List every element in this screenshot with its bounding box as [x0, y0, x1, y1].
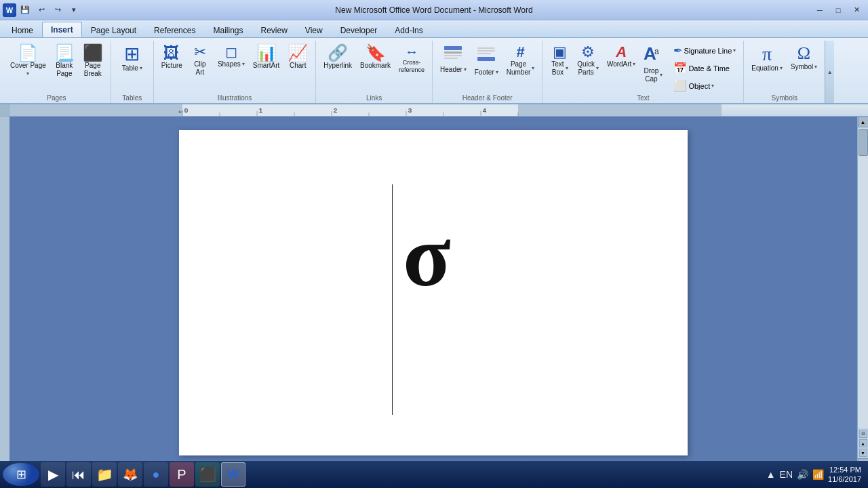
- taskbar-icon-app2[interactable]: ⬛: [195, 462, 220, 487]
- document-area[interactable]: σ: [9, 117, 857, 469]
- tab-mailings[interactable]: Mailings: [204, 22, 252, 37]
- table-button[interactable]: ⊞ Table ▾: [115, 42, 149, 75]
- tab-home[interactable]: Home: [3, 22, 42, 37]
- object-button[interactable]: ⬜ Object ▾: [670, 77, 739, 94]
- taskbar-icon-app1[interactable]: P: [170, 462, 194, 487]
- systray-arrow[interactable]: ▲: [766, 469, 776, 480]
- drop-cap-arrow: ▾: [660, 72, 663, 79]
- scrollbar-thumb[interactable]: [859, 129, 868, 156]
- tab-page-layout[interactable]: Page Layout: [82, 22, 145, 37]
- vertical-scrollbar[interactable]: ▲ ⊙ ▲ ▼ ▼: [857, 117, 868, 469]
- undo-qat-button[interactable]: ↩: [34, 3, 49, 18]
- systray-language[interactable]: EN: [780, 469, 793, 480]
- maximize-button[interactable]: □: [829, 3, 847, 18]
- clock-time: 12:54 PM: [828, 465, 861, 474]
- equation-button[interactable]: π Equation▾: [748, 42, 785, 75]
- redo-qat-button[interactable]: ↪: [50, 3, 65, 18]
- next-browse-button[interactable]: ▼: [859, 449, 867, 457]
- minimize-button[interactable]: ─: [811, 3, 829, 18]
- symbols-group-label: Symbols: [748, 94, 821, 103]
- footer-button[interactable]: Footer▾: [471, 42, 502, 79]
- tab-references[interactable]: References: [145, 22, 204, 37]
- cross-reference-button[interactable]: ↔ Cross-reference: [395, 42, 428, 77]
- start-button[interactable]: ⊞: [3, 463, 39, 486]
- text-box-arrow: ▾: [566, 65, 568, 72]
- ribbon-group-links: 🔗 Hyperlink 🔖 Bookmark ↔ Cross-reference…: [316, 41, 433, 103]
- taskbar-icon-word[interactable]: W: [221, 462, 245, 487]
- margin-buttons: ⊙ ▲ ▼: [858, 428, 869, 458]
- quick-parts-button[interactable]: ⚙ QuickParts▾: [574, 42, 602, 79]
- table-label: Table ▾: [122, 64, 142, 73]
- svg-rect-0: [444, 46, 462, 50]
- svg-rect-2: [444, 55, 462, 56]
- svg-text:1: 1: [259, 107, 262, 114]
- title-bar-left: W 💾 ↩ ↪ ▾: [3, 3, 81, 18]
- tab-insert[interactable]: Insert: [42, 22, 82, 37]
- table-arrow: ▾: [140, 65, 142, 72]
- svg-text:a: a: [654, 47, 659, 56]
- ribbon-group-symbols: π Equation▾ Ω Symbol▾ Symbols: [744, 41, 825, 103]
- date-time-button[interactable]: 📅 Date & Time: [670, 60, 739, 77]
- smart-art-button[interactable]: 📊 SmartArt: [250, 42, 283, 73]
- signature-line-button[interactable]: ✒ Signature Line ▾: [670, 42, 739, 59]
- ribbon-group-tables: ⊞ Table ▾ Tables: [111, 41, 154, 103]
- page-number-arrow: ▾: [532, 65, 534, 72]
- document-page[interactable]: σ: [179, 130, 688, 455]
- taskbar-icon-media-player[interactable]: ▶: [41, 462, 65, 487]
- scroll-up-button[interactable]: ▲: [858, 117, 869, 127]
- header-button[interactable]: Header▾: [437, 42, 470, 77]
- document-content[interactable]: σ: [403, 211, 451, 300]
- drop-cap-icon: Aa: [644, 45, 663, 66]
- smart-art-icon: 📊: [256, 45, 277, 61]
- system-clock[interactable]: 12:54 PM 11/6/2017: [828, 465, 861, 485]
- blank-page-button[interactable]: 📃 BlankPage: [51, 42, 78, 81]
- bookmark-label: Bookmark: [360, 62, 391, 70]
- tab-developer[interactable]: Developer: [332, 22, 387, 37]
- shapes-arrow: ▾: [242, 61, 245, 68]
- svg-text:2: 2: [334, 107, 337, 114]
- tab-review[interactable]: Review: [252, 22, 296, 37]
- signature-line-arrow: ▾: [733, 47, 736, 54]
- page-number-button[interactable]: # PageNumber▾: [503, 42, 538, 79]
- shapes-button[interactable]: ◻ Shapes▾: [214, 42, 248, 71]
- cover-page-label: Cover Page: [10, 62, 46, 70]
- ribbon-collapse-button[interactable]: ▲: [825, 41, 834, 103]
- window-title: New Microsoft Office Word Document - Mic…: [335, 5, 532, 15]
- bookmark-button[interactable]: 🔖 Bookmark: [357, 42, 394, 73]
- word-art-label: WordArt▾: [607, 60, 636, 68]
- text-cursor: [392, 184, 393, 415]
- select-browse-button[interactable]: ⊙: [859, 430, 867, 438]
- save-qat-button[interactable]: 💾: [18, 3, 33, 18]
- systray-network[interactable]: 📶: [812, 469, 824, 480]
- scrollbar-track[interactable]: [858, 127, 868, 428]
- word-app-icon[interactable]: W: [3, 3, 16, 17]
- text-box-button[interactable]: ▣ TextBox▾: [547, 42, 572, 79]
- tables-group-items: ⊞ Table ▾: [115, 42, 149, 94]
- picture-button[interactable]: 🖼 Picture: [158, 42, 186, 73]
- cover-page-button[interactable]: 📄 Cover Page ▾: [7, 42, 50, 79]
- svg-text:4: 4: [483, 107, 486, 114]
- page-break-button[interactable]: ⬛ PageBreak: [79, 42, 106, 81]
- chart-button[interactable]: 📈 Chart: [284, 42, 311, 73]
- drop-cap-button[interactable]: Aa DropCap▾: [640, 42, 666, 86]
- tab-view[interactable]: View: [296, 22, 332, 37]
- systray-volume[interactable]: 🔊: [797, 469, 808, 480]
- hyperlink-button[interactable]: 🔗 Hyperlink: [320, 42, 355, 73]
- taskbar-icon-chrome[interactable]: ●: [144, 462, 168, 487]
- close-button[interactable]: ✕: [848, 3, 865, 18]
- clip-art-button[interactable]: ✂ ClipArt: [187, 42, 213, 79]
- links-group-items: 🔗 Hyperlink 🔖 Bookmark ↔ Cross-reference: [320, 42, 428, 94]
- tab-add-ins[interactable]: Add-Ins: [386, 22, 431, 37]
- taskbar-icon-firefox[interactable]: 🦊: [118, 462, 142, 487]
- word-art-button[interactable]: A WordArt▾: [604, 42, 639, 71]
- ruler-corner[interactable]: [0, 104, 9, 117]
- taskbar-icon-skip[interactable]: ⏮: [66, 462, 91, 487]
- symbol-button[interactable]: Ω Symbol▾: [787, 42, 821, 74]
- illustrations-group-label: Illustrations: [158, 94, 312, 103]
- signature-line-icon: ✒: [673, 44, 682, 57]
- taskbar-icon-explorer[interactable]: 📁: [92, 462, 117, 487]
- svg-rect-4: [477, 47, 495, 49]
- header-icon: [443, 45, 463, 65]
- customize-qat-button[interactable]: ▾: [66, 3, 81, 18]
- prev-browse-button[interactable]: ▲: [859, 439, 867, 447]
